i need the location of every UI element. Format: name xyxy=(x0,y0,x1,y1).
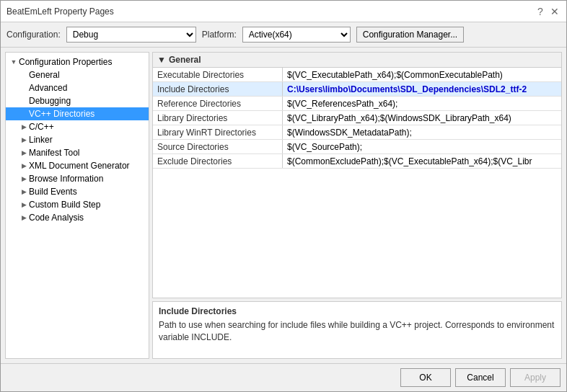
tree-panel: ▼ Configuration Properties General Advan… xyxy=(5,52,149,359)
expand-icon-general xyxy=(19,70,29,80)
tree-item-xml-doc[interactable]: ▶ XML Document Generator xyxy=(6,159,149,172)
toolbar: Configuration: Debug Platform: Active(x6… xyxy=(1,22,566,48)
expand-icon-browse: ▶ xyxy=(19,174,29,184)
expand-icon-build: ▶ xyxy=(19,187,29,197)
prop-name: Executable Directories xyxy=(153,68,283,81)
right-panel: ▼ General Executable Directories $(VC_Ex… xyxy=(152,52,562,359)
prop-value: C:\Users\limbo\Documents\SDL_Dependencie… xyxy=(283,82,561,96)
expand-icon-custom: ▶ xyxy=(19,200,29,210)
configuration-dropdown[interactable]: Debug xyxy=(66,27,196,43)
table-row[interactable]: Library WinRT Directories $(WindowsSDK_M… xyxy=(153,125,561,140)
ok-button[interactable]: OK xyxy=(400,368,451,387)
window-title: BeatEmLeft Property Pages xyxy=(6,6,114,17)
config-label: Configuration: xyxy=(6,30,61,40)
tree-item-config-properties[interactable]: ▼ Configuration Properties xyxy=(6,55,149,68)
expand-icon-vcpp xyxy=(19,109,29,119)
tree-root: ▼ Configuration Properties General Advan… xyxy=(6,53,149,224)
table-row[interactable]: Exclude Directories $(CommonExcludePath)… xyxy=(153,154,561,169)
properties-table: ▼ General Executable Directories $(VC_Ex… xyxy=(152,52,562,298)
section-title: General xyxy=(169,55,201,65)
tree-item-advanced[interactable]: Advanced xyxy=(6,81,149,94)
prop-name: Reference Directories xyxy=(153,97,283,110)
title-bar: BeatEmLeft Property Pages ? ✕ xyxy=(1,1,566,22)
table-row[interactable]: Library Directories $(VC_LibraryPath_x64… xyxy=(153,111,561,125)
prop-name: Exclude Directories xyxy=(153,154,283,168)
section-header: ▼ General xyxy=(153,53,561,68)
expand-icon-cpp: ▶ xyxy=(19,122,29,132)
main-content: ▼ Configuration Properties General Advan… xyxy=(1,48,566,363)
prop-value: $(VC_SourcePath); xyxy=(283,140,561,153)
tree-item-vcpp-directories[interactable]: VC++ Directories xyxy=(6,107,149,120)
prop-name: Library Directories xyxy=(153,111,283,125)
info-text: Path to use when searching for include f… xyxy=(159,319,555,344)
tree-item-manifest-tool[interactable]: ▶ Manifest Tool xyxy=(6,146,149,159)
tree-item-linker[interactable]: ▶ Linker xyxy=(6,133,149,146)
cancel-button[interactable]: Cancel xyxy=(455,368,506,387)
expand-icon-advanced xyxy=(19,83,29,93)
tree-item-cpp[interactable]: ▶ C/C++ xyxy=(6,120,149,133)
info-panel: Include Directories Path to use when sea… xyxy=(152,301,562,359)
button-bar: OK Cancel Apply xyxy=(1,363,566,391)
prop-value: $(WindowsSDK_MetadataPath); xyxy=(283,125,561,139)
prop-value: $(VC_ReferencesPath_x64); xyxy=(283,97,561,110)
expand-icon-manifest: ▶ xyxy=(19,148,29,158)
prop-name: Source Directories xyxy=(153,140,283,153)
info-title: Include Directories xyxy=(159,306,555,316)
expand-icon-config: ▼ xyxy=(9,57,19,67)
tree-item-general[interactable]: General xyxy=(6,68,149,81)
table-row[interactable]: Reference Directories $(VC_ReferencesPat… xyxy=(153,97,561,111)
expand-icon-linker: ▶ xyxy=(19,135,29,145)
props-rows: Executable Directories $(VC_ExecutablePa… xyxy=(153,68,561,294)
table-row[interactable]: Executable Directories $(VC_ExecutablePa… xyxy=(153,68,561,82)
tree-item-browse-info[interactable]: ▶ Browse Information xyxy=(6,172,149,185)
platform-dropdown[interactable]: Active(x64) xyxy=(242,27,351,43)
property-pages-dialog: BeatEmLeft Property Pages ? ✕ Configurat… xyxy=(0,0,567,392)
expand-icon-code: ▶ xyxy=(19,213,29,223)
apply-button[interactable]: Apply xyxy=(510,368,561,387)
section-expand-icon: ▼ xyxy=(157,55,166,65)
config-manager-button[interactable]: Configuration Manager... xyxy=(356,27,464,43)
prop-name: Include Directories xyxy=(153,82,283,96)
prop-name: Library WinRT Directories xyxy=(153,125,283,139)
tree-item-build-events[interactable]: ▶ Build Events xyxy=(6,185,149,198)
expand-icon-xml: ▶ xyxy=(19,161,29,171)
prop-value: $(VC_LibraryPath_x64);$(WindowsSDK_Libra… xyxy=(283,111,561,125)
expand-icon-debugging xyxy=(19,96,29,106)
table-row[interactable]: Source Directories $(VC_SourcePath); xyxy=(153,140,561,154)
close-button[interactable]: ✕ xyxy=(549,6,561,17)
prop-value: $(VC_ExecutablePath_x64);$(CommonExecuta… xyxy=(283,68,561,81)
tree-item-custom-build[interactable]: ▶ Custom Build Step xyxy=(6,198,149,211)
tree-item-code-analysis[interactable]: ▶ Code Analysis xyxy=(6,211,149,224)
prop-value: $(CommonExcludePath);$(VC_ExecutablePath… xyxy=(283,154,561,168)
table-row[interactable]: Include Directories C:\Users\limbo\Docum… xyxy=(153,82,561,97)
title-buttons: ? ✕ xyxy=(535,6,561,17)
tree-item-debugging[interactable]: Debugging xyxy=(6,94,149,107)
help-button[interactable]: ? xyxy=(535,6,546,17)
platform-label: Platform: xyxy=(202,30,237,40)
